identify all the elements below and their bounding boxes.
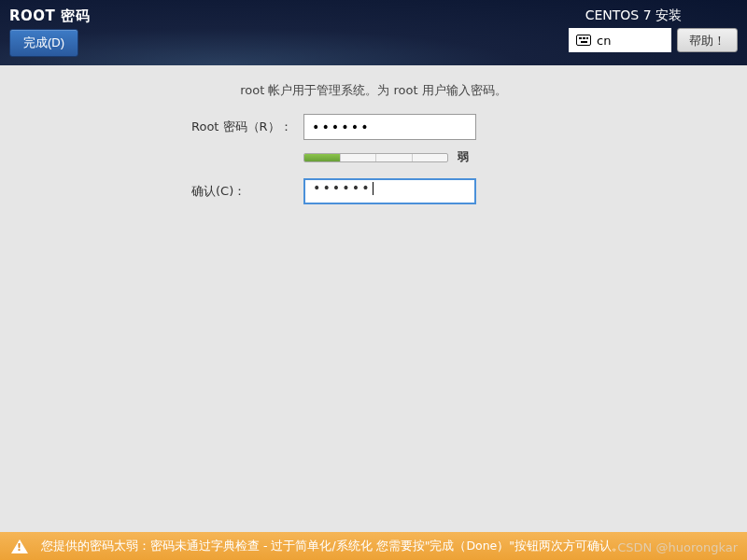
strength-segment <box>304 154 341 161</box>
strength-segment <box>376 154 413 161</box>
strength-segment <box>341 154 377 161</box>
confirm-row: 确认(C)： •••••• <box>191 178 710 204</box>
warning-message: 您提供的密码太弱：密码未通过字典检查 - 过于简单化/系统化 您需要按"完成（D… <box>41 539 624 554</box>
confirm-label: 确认(C)： <box>191 183 303 200</box>
installer-title: CENTOS 7 安装 <box>585 7 738 24</box>
header-right: CENTOS 7 安装 cn 帮助！ <box>569 7 738 58</box>
password-row: Root 密码（R）： <box>191 114 710 140</box>
page-title: ROOT 密码 <box>9 7 90 25</box>
password-strength-meter <box>303 153 448 162</box>
header-left: ROOT 密码 完成(D) <box>9 7 90 58</box>
content-area: root 帐户用于管理系统。为 root 用户输入密码。 Root 密码（R）：… <box>0 65 747 231</box>
confirm-password-input[interactable]: •••••• <box>303 178 476 204</box>
keyboard-layout-indicator[interactable]: cn <box>569 28 671 52</box>
instruction-text: root 帐户用于管理系统。为 root 用户输入密码。 <box>37 82 710 99</box>
strength-label: 弱 <box>458 149 469 165</box>
header-controls: cn 帮助！ <box>569 28 738 52</box>
keyboard-layout-code: cn <box>597 34 611 48</box>
strength-segment <box>413 154 448 161</box>
text-cursor <box>373 182 374 195</box>
installer-header: ROOT 密码 完成(D) CENTOS 7 安装 cn 帮助！ <box>0 0 747 65</box>
warning-bar: 您提供的密码太弱：密码未通过字典检查 - 过于简单化/系统化 您需要按"完成（D… <box>0 532 747 560</box>
done-button[interactable]: 完成(D) <box>9 29 78 57</box>
strength-row: 弱 <box>303 149 710 165</box>
root-password-input[interactable] <box>303 114 476 140</box>
help-button[interactable]: 帮助！ <box>677 28 738 52</box>
warning-icon <box>11 539 28 553</box>
confirm-password-value: •••••• <box>313 180 372 195</box>
keyboard-icon <box>576 35 591 46</box>
password-label: Root 密码（R）： <box>191 119 303 135</box>
